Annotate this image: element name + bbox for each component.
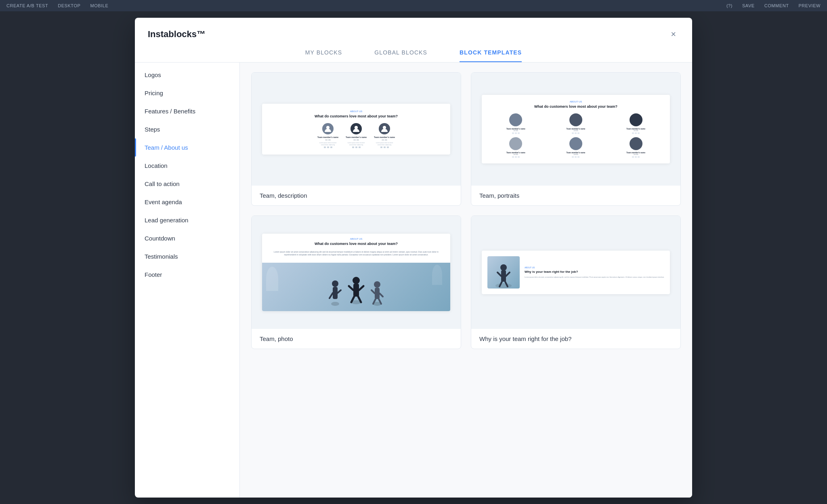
svg-line-25 — [497, 272, 501, 276]
modal-overlay: Instablocks™ × MY BLOCKS GLOBAL BLOCKS B… — [0, 11, 827, 504]
block-card-team-portraits[interactable]: ABOUT US What do customers love most abo… — [471, 72, 681, 206]
block-card-team-description[interactable]: ABOUT US What do customers love most abo… — [251, 72, 461, 206]
block-preview-why-team: ABOUT US Why is your team right for the … — [471, 216, 680, 329]
block-preview-team-photo: ABOUT US What do customers love most abo… — [252, 216, 461, 329]
modal-title: Instablocks™ — [148, 29, 206, 40]
save-button[interactable]: SAVE — [742, 3, 755, 8]
svg-line-26 — [506, 272, 510, 276]
svg-point-22 — [495, 283, 512, 288]
sidebar-item-call-to-action[interactable]: Call to action — [135, 175, 239, 193]
block-card-team-photo[interactable]: ABOUT US What do customers love most abo… — [251, 215, 461, 349]
modal-close-button[interactable]: × — [667, 27, 679, 41]
sidebar-item-steps[interactable]: Steps — [135, 120, 239, 138]
preview-button[interactable]: PREVIEW — [798, 3, 821, 8]
tab-block-templates[interactable]: BLOCK TEMPLATES — [460, 49, 522, 63]
block-label-why-team: Why is your team right for the job? — [471, 329, 680, 349]
svg-point-0 — [326, 126, 330, 129]
tab-underline — [135, 62, 692, 63]
tab-my-blocks[interactable]: MY BLOCKS — [305, 49, 342, 63]
svg-line-12 — [359, 286, 363, 290]
content-area: ABOUT US What do customers love most abo… — [240, 63, 692, 498]
sidebar: Logos Pricing Features / Benefits Steps … — [135, 63, 240, 498]
help-button[interactable]: (?) — [726, 3, 733, 8]
top-bar-left: CREATE A/B TEST DESKTOP MOBILE — [6, 3, 108, 8]
svg-point-17 — [374, 281, 380, 288]
block-label-team-portraits: Team, portraits — [471, 186, 680, 205]
sidebar-item-location[interactable]: Location — [135, 157, 239, 175]
modal-body: Logos Pricing Features / Benefits Steps … — [135, 63, 692, 498]
tab-global-blocks[interactable]: GLOBAL BLOCKS — [374, 49, 427, 63]
sidebar-item-team-about[interactable]: Team / About us — [135, 138, 239, 157]
preview-content: ABOUT US What do customers love most abo… — [262, 104, 450, 155]
svg-point-10 — [353, 277, 360, 284]
mobile-view-button[interactable]: MOBILE — [90, 3, 108, 8]
sidebar-item-testimonials[interactable]: Testimonials — [135, 247, 239, 266]
create-ab-test-button[interactable]: CREATE A/B TEST — [6, 3, 48, 8]
comment-button[interactable]: COMMENT — [764, 3, 789, 8]
svg-point-2 — [383, 126, 386, 129]
svg-line-11 — [349, 286, 353, 290]
block-card-why-team[interactable]: ABOUT US Why is your team right for the … — [471, 215, 681, 349]
svg-point-5 — [332, 280, 338, 287]
svg-point-3 — [331, 302, 339, 306]
block-preview-team-description: ABOUT US What do customers love most abo… — [252, 73, 461, 186]
block-label-team-photo: Team, photo — [252, 329, 461, 349]
block-preview-team-portraits: ABOUT US What do customers love most abo… — [471, 73, 680, 186]
tab-bar: MY BLOCKS GLOBAL BLOCKS BLOCK TEMPLATES — [135, 41, 692, 63]
sidebar-item-logos[interactable]: Logos — [135, 66, 239, 84]
sidebar-item-footer[interactable]: Footer — [135, 266, 239, 284]
svg-point-1 — [355, 126, 358, 129]
sidebar-item-event-agenda[interactable]: Event agenda — [135, 193, 239, 211]
svg-line-18 — [372, 290, 375, 293]
modal-header: Instablocks™ × — [135, 18, 692, 41]
desktop-view-button[interactable]: DESKTOP — [58, 3, 80, 8]
preview-content: ABOUT US What do customers love most abo… — [482, 95, 670, 163]
block-label-team-description: Team, description — [252, 186, 461, 205]
preview-content: ABOUT US Why is your team right for the … — [482, 251, 670, 294]
top-bar-right: (?) SAVE COMMENT PREVIEW — [726, 3, 821, 8]
instablocks-modal: Instablocks™ × MY BLOCKS GLOBAL BLOCKS B… — [135, 18, 692, 498]
sidebar-item-lead-generation[interactable]: Lead generation — [135, 211, 239, 229]
sidebar-item-countdown[interactable]: Countdown — [135, 229, 239, 247]
top-bar: CREATE A/B TEST DESKTOP MOBILE (?) SAVE … — [0, 0, 827, 11]
svg-point-24 — [500, 264, 507, 271]
preview-content: ABOUT US What do customers love most abo… — [262, 234, 450, 311]
svg-line-19 — [380, 293, 383, 297]
blocks-grid: ABOUT US What do customers love most abo… — [251, 72, 681, 349]
sidebar-item-features[interactable]: Features / Benefits — [135, 102, 239, 120]
svg-line-7 — [338, 290, 341, 293]
sidebar-item-pricing[interactable]: Pricing — [135, 84, 239, 102]
svg-line-6 — [330, 293, 333, 298]
